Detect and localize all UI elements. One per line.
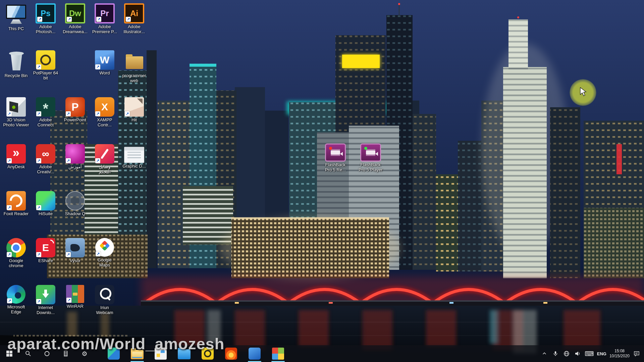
task-view-button[interactable] bbox=[56, 345, 75, 362]
icon-label: MicrosoftEdge bbox=[2, 304, 30, 314]
desktop-icon-powerpoint[interactable]: P↗PowerPoint bbox=[61, 97, 89, 122]
icon-label: IriunWebcam bbox=[91, 305, 119, 315]
globe-network-icon bbox=[564, 351, 570, 357]
desktop-icon-microsoft-edge[interactable]: ↗MicrosoftEdge bbox=[2, 285, 30, 314]
desktop-icon-programmer-web[interactable]: programmerweb bbox=[120, 50, 148, 83]
desktop-icon-adobe-illustrator[interactable]: Ai↗AdobeIllustrator... bbox=[120, 3, 148, 34]
shortcut-arrow-badge: ↗ bbox=[7, 111, 12, 116]
desktop-icon-eshare[interactable]: E↗EShare bbox=[32, 238, 60, 263]
desktop-icon-internet-download-manager[interactable]: ↗InternetDownlo... bbox=[32, 285, 60, 315]
icon-glyph: Ps bbox=[41, 9, 50, 18]
desktop-icon-hisuite[interactable]: ↗HiSuite bbox=[32, 191, 60, 216]
shortcut-arrow-badge: ↗ bbox=[36, 111, 41, 116]
taskbar-app-blue-folder[interactable] bbox=[172, 345, 196, 362]
shortcut-arrow-badge: ↗ bbox=[95, 111, 100, 116]
iriun-webcam-icon bbox=[95, 285, 114, 304]
icon-label: AdobeCreativ... bbox=[32, 164, 60, 174]
foxit-reader-icon: ↗ bbox=[6, 191, 26, 210]
flashback-pro-player-icon bbox=[360, 143, 381, 162]
taskbar-file-explorer[interactable] bbox=[125, 345, 149, 362]
icon-glyph: * bbox=[43, 101, 48, 117]
desktop-icon-3d-vision-photo-viewer[interactable]: ↗3D VisionPhoto Viewer bbox=[2, 97, 30, 127]
icon-label: HiSuite bbox=[32, 211, 60, 216]
icon-label: AdobeDreamwea... bbox=[61, 24, 89, 34]
icon-label: EShare bbox=[32, 258, 60, 263]
taskbar-app-white-icon bbox=[155, 348, 167, 360]
graphic-d-icon bbox=[124, 147, 144, 163]
settings-button[interactable]: ⚙ bbox=[75, 345, 94, 362]
desktop-icon-foxit-reader[interactable]: ↗Foxit Reader bbox=[2, 191, 30, 216]
desktop-icon-adobe-premiere[interactable]: Pr↗AdobePremiere P... bbox=[91, 3, 119, 34]
desktop-icon-iriun-webcam[interactable]: IriunWebcam bbox=[91, 285, 119, 315]
microphone-tray-button[interactable] bbox=[551, 345, 559, 362]
cortana-button[interactable] bbox=[38, 345, 56, 362]
desktop: This PCPs↗AdobePhotosh...Dw↗AdobeDreamwe… bbox=[0, 0, 644, 362]
desktop-icon-google-maps[interactable]: ↗GoogleMaps bbox=[91, 238, 119, 267]
desktop-icon-app-arabic-1[interactable]: ↗آموزش bbox=[61, 144, 89, 169]
taskbar-app-colorgrid-icon bbox=[272, 348, 284, 360]
search-button[interactable] bbox=[19, 345, 38, 362]
desktop-icon-hit[interactable]: ↗Hit bbox=[120, 97, 148, 122]
desktop-icon-app-arabic-2[interactable]: ↗وسایلالتحکم bbox=[91, 144, 119, 174]
hidden-icons-button[interactable] bbox=[540, 345, 548, 362]
adobe-premiere-icon: Pr↗ bbox=[95, 3, 115, 23]
shortcut-arrow-badge: ↗ bbox=[36, 64, 41, 69]
status-dot bbox=[364, 147, 367, 150]
taskbar-app-teal[interactable] bbox=[102, 345, 125, 362]
taskbar-app-colorgrid[interactable] bbox=[266, 345, 290, 362]
icon-glyph: X bbox=[101, 101, 108, 113]
icon-glyph: Ai bbox=[130, 9, 138, 18]
anydesk-icon: »↗ bbox=[6, 144, 26, 164]
language-indicator[interactable]: ENG bbox=[597, 345, 606, 362]
desktop-icon-graphic-d[interactable]: Graphic D... bbox=[120, 144, 148, 169]
shortcut-arrow-badge: ↗ bbox=[66, 252, 71, 257]
icon-glyph: ∞ bbox=[42, 148, 49, 160]
network-tray-button[interactable] bbox=[562, 345, 571, 362]
clock[interactable]: 15:08 10/15/2020 bbox=[609, 345, 630, 362]
desktop-icon-adobe-connect[interactable]: *↗AdobeConnect bbox=[32, 97, 60, 127]
desktop-icon-anydesk[interactable]: »↗AnyDesk bbox=[2, 144, 30, 169]
desktop-icon-shadow-q[interactable]: Shadow Q bbox=[61, 191, 89, 216]
desktop-icon-winrar[interactable]: ↗WinRAR bbox=[61, 285, 89, 309]
desktop-icon-this-pc[interactable]: This PC bbox=[2, 3, 30, 31]
adobe-dreamweaver-icon: Dw↗ bbox=[65, 3, 85, 23]
desktop-icon-flashback-pro-player[interactable]: FlashBackPro 5 Player bbox=[357, 143, 385, 172]
desktop-icon-adobe-creative-cloud[interactable]: ∞↗AdobeCreativ... bbox=[32, 144, 60, 174]
shortcut-arrow-badge: ↗ bbox=[95, 64, 100, 69]
search-icon bbox=[25, 351, 31, 357]
shortcut-arrow-badge: ↗ bbox=[66, 111, 71, 116]
microphone-icon bbox=[553, 351, 558, 357]
desktop-icon-adobe-dreamweaver[interactable]: Dw↗AdobeDreamwea... bbox=[61, 3, 89, 34]
desktop-icon-xampp-control[interactable]: X↗XAMPPContr... bbox=[91, 97, 119, 127]
desktop-icon-flashback-pro-recorder[interactable]: FlashBackPro 5 Re... bbox=[321, 143, 350, 172]
notification-icon bbox=[634, 351, 640, 357]
taskbar-app-flame[interactable] bbox=[219, 345, 243, 362]
icon-label: PotPlayer 64bit bbox=[32, 70, 60, 80]
action-center-button[interactable] bbox=[633, 345, 641, 362]
touch-keyboard-tray-button[interactable]: ⌨ bbox=[585, 345, 594, 362]
taskbar-app-blue[interactable] bbox=[243, 345, 266, 362]
shortcut-arrow-badge: ↗ bbox=[96, 251, 101, 256]
icon-label: AdobePhotosh... bbox=[32, 24, 60, 34]
desktop-icon-google-chrome[interactable]: ↗Googlechrome bbox=[2, 238, 30, 268]
potplayer-64-bit-icon: ↗ bbox=[36, 50, 55, 70]
desktop-icon-potplayer-64-bit[interactable]: ↗PotPlayer 64bit bbox=[32, 50, 60, 80]
desktop-icon-vysor[interactable]: ↗Vysor bbox=[61, 238, 89, 263]
start-button[interactable] bbox=[0, 345, 19, 362]
hisuite-icon: ↗ bbox=[36, 191, 55, 210]
cursor-highlight bbox=[570, 79, 596, 106]
icon-glyph: W bbox=[100, 54, 109, 66]
mouse-cursor bbox=[580, 87, 587, 97]
desktop-icon-word[interactable]: W↗Word bbox=[91, 50, 119, 75]
desktop-icon-recycle-bin[interactable]: Recycle Bin bbox=[2, 50, 30, 78]
taskbar-pinned-apps bbox=[102, 345, 290, 362]
icon-label: Graphic D... bbox=[120, 164, 148, 169]
icon-label: WinRAR bbox=[61, 304, 89, 309]
volume-tray-button[interactable] bbox=[574, 345, 582, 362]
taskbar-app-teal-icon bbox=[108, 348, 120, 360]
desktop-icon-adobe-photoshop[interactable]: Ps↗AdobePhotosh... bbox=[32, 3, 60, 34]
taskbar-app-white[interactable] bbox=[149, 345, 172, 362]
taskbar-potplayer[interactable] bbox=[196, 345, 219, 362]
taskbar-app-blue-folder-icon bbox=[178, 349, 191, 359]
adobe-illustrator-icon: Ai↗ bbox=[124, 3, 144, 23]
